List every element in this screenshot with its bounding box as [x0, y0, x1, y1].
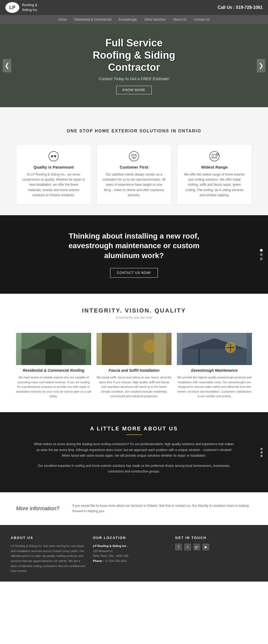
about-side-dots	[260, 448, 263, 457]
svg-rect-46	[182, 333, 247, 365]
integrity-section: INTEGRITY. VISION. QUALITY A contractor …	[0, 294, 268, 327]
service-eavestrough: Eavestrough Maintenance We provide the h…	[177, 333, 252, 399]
hero-prev-button[interactable]: ❮	[3, 59, 11, 72]
about-dot-3	[260, 455, 263, 457]
section-tagline: ONE STOP HOME EXTERIOR SOLUTIONS IN ONTA…	[0, 118, 268, 139]
svg-rect-38	[102, 333, 166, 365]
nav-about[interactable]: About Us	[169, 15, 190, 24]
logo-icon: LP	[5, 2, 19, 13]
carousel-dots	[260, 249, 263, 260]
footer-location-company: LP Roofing & Siding Inc . 220 Maxwell cr…	[93, 544, 170, 564]
hero-subtitle: Contact Today to Get a FREE Estimate!	[93, 76, 175, 81]
about-heading: A LITTLE MORE ABOUT US	[21, 426, 247, 432]
svg-point-20	[210, 151, 219, 161]
about-section: A LITTLE MORE ABOUT US What makes us sco…	[0, 412, 268, 492]
cta-section: Thinking about installing a new roof, ea…	[0, 215, 268, 294]
service-roofing-title: Residential & Commercial Roofing	[16, 368, 91, 373]
hero-title: Full ServiceRoofing & SidingContractor	[93, 37, 175, 74]
phone-number: Call Us : 519-728-1061	[218, 5, 263, 10]
card-range-text: We offer the widest range of home exteri…	[183, 172, 246, 198]
range-icon	[183, 151, 246, 162]
card-customer-text: Our satisfied clients always remain as a…	[102, 172, 166, 198]
nav-eavestrough[interactable]: Eavestrough	[115, 15, 140, 24]
card-customer-title: Customer First	[102, 165, 166, 169]
footer-about-title: ABOUT US	[11, 536, 88, 540]
about-dot-2	[260, 451, 263, 453]
more-info-text: If you would like to know more about our…	[72, 503, 252, 514]
more-info-section: More information? If you would like to k…	[0, 492, 268, 525]
cards-row: Quality is Paramount At LP Roofing & Sid…	[0, 139, 268, 215]
hero-content: Full ServiceRoofing & SidingContractor C…	[93, 37, 175, 94]
footer-about-text: LP Roofing & Siding Inc. has been servin…	[11, 544, 88, 574]
svg-rect-21	[212, 154, 217, 158]
integrity-subtitle: A contractor you can trust	[11, 316, 257, 319]
svg-rect-32	[21, 333, 86, 365]
googleplus-icon[interactable]: g+	[193, 544, 200, 550]
social-icons: f t g+ ▶	[175, 544, 252, 550]
service-roofing-text: We have teams of reliable experts who ar…	[16, 375, 91, 399]
footer-location-title: OUR LOCATION	[93, 536, 170, 540]
about-dot-1	[260, 448, 263, 450]
twitter-icon[interactable]: t	[184, 544, 191, 550]
service-fascia: Fascia and Soffit Installation We instal…	[96, 333, 172, 399]
cta-heading: Thinking about installing a new roof, ea…	[54, 231, 214, 260]
svg-rect-4	[43, 83, 56, 99]
service-fascia-title: Fascia and Soffit Installation	[96, 368, 172, 373]
know-more-button[interactable]: KNOW MORE	[116, 86, 152, 94]
navigation: Home Residential & Commercial Eavestroug…	[0, 15, 268, 24]
svg-point-13	[49, 151, 58, 161]
dot-2	[260, 253, 263, 256]
about-accent-line	[126, 434, 142, 435]
svg-rect-5	[78, 83, 91, 99]
card-range: Widest Range We offer the widest range o…	[177, 144, 252, 204]
service-fascia-text: We install soffit, fascia and siding on …	[96, 375, 172, 399]
hero-next-button[interactable]: ❯	[257, 59, 265, 72]
nav-other-services[interactable]: Other Services	[141, 15, 169, 24]
header-phone: Call Us : 519-728-1061	[218, 5, 263, 10]
footer-contact-title: GET IN TOUCH	[175, 536, 252, 540]
quality-icon	[22, 151, 85, 162]
service-eavestrough-title: Eavestrough Maintenance	[177, 368, 252, 373]
integrity-heading: INTEGRITY. VISION. QUALITY	[11, 307, 257, 314]
footer-address: 220 Maxwell cr,	[93, 549, 113, 553]
card-quality-text: At LP Roofing & Siding Inc., we never co…	[22, 172, 85, 198]
customer-icon	[102, 151, 166, 162]
nav-contact[interactable]: Contact Us	[190, 15, 213, 24]
contact-us-button[interactable]: CONTACT US NOW!	[110, 268, 158, 278]
footer-phone: +1 519-728-1061	[105, 559, 127, 563]
service-roofing: Residential & Commercial Roofing We have…	[16, 333, 91, 399]
card-range-title: Widest Range	[183, 165, 246, 169]
service-roofing-image	[16, 333, 91, 365]
card-customer: Customer First Our satisfied clients alw…	[96, 144, 172, 204]
svg-rect-6	[54, 86, 64, 107]
footer-contact: GET IN TOUCH f t g+ ▶	[175, 536, 257, 574]
card-quality-title: Quality is Paramount	[22, 165, 85, 169]
nav-home[interactable]: Home	[54, 15, 70, 24]
youtube-icon[interactable]: ▶	[202, 544, 209, 550]
card-quality: Quality is Paramount At LP Roofing & Sid…	[16, 144, 91, 204]
about-para1: What makes us score among the leading lo…	[34, 441, 234, 459]
footer-phone-label: Phone :	[93, 559, 104, 563]
footer: ABOUT US LP Roofing & Siding Inc. has be…	[0, 525, 268, 582]
facebook-icon[interactable]: f	[175, 544, 182, 550]
footer-about: ABOUT US LP Roofing & Siding Inc. has be…	[11, 536, 93, 574]
more-info-label: More information?	[16, 505, 64, 512]
hero-section: ❮ Full ServiceRoofing & SidingContractor…	[0, 24, 268, 107]
service-fascia-image	[96, 333, 172, 365]
header: LP Roofing &Siding Inc. Call Us : 519-72…	[0, 0, 268, 15]
service-eavestrough-image	[177, 333, 252, 365]
footer-location: OUR LOCATION LP Roofing & Siding Inc . 2…	[93, 536, 175, 574]
nav-residential[interactable]: Residential & Commercial	[70, 15, 115, 24]
about-para2: Our excellent expertise in roofing and h…	[34, 463, 234, 475]
services-row: Residential & Commercial Roofing We have…	[0, 327, 268, 412]
logo-area: LP Roofing &Siding Inc.	[5, 2, 38, 13]
service-eavestrough-text: We provide the highest quality eavestrou…	[177, 375, 252, 399]
footer-city: Belle River, ON – N0R 1A0	[93, 554, 128, 557]
dot-1	[260, 249, 263, 252]
dot-3	[260, 258, 263, 260]
logo-text: Roofing &Siding Inc.	[22, 3, 38, 12]
